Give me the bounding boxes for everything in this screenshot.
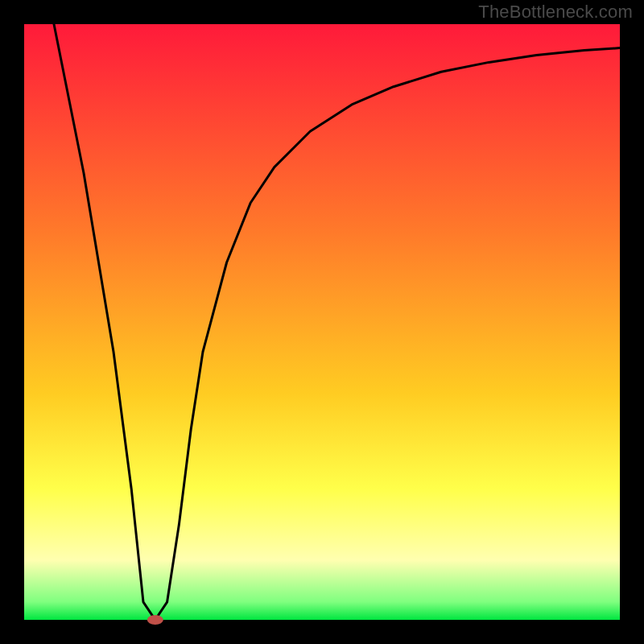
optimum-marker <box>147 615 163 625</box>
watermark-text: TheBottleneck.com <box>478 2 633 23</box>
plot-background <box>24 24 620 620</box>
chart-frame: TheBottleneck.com <box>0 0 644 644</box>
bottleneck-chart <box>0 0 644 644</box>
